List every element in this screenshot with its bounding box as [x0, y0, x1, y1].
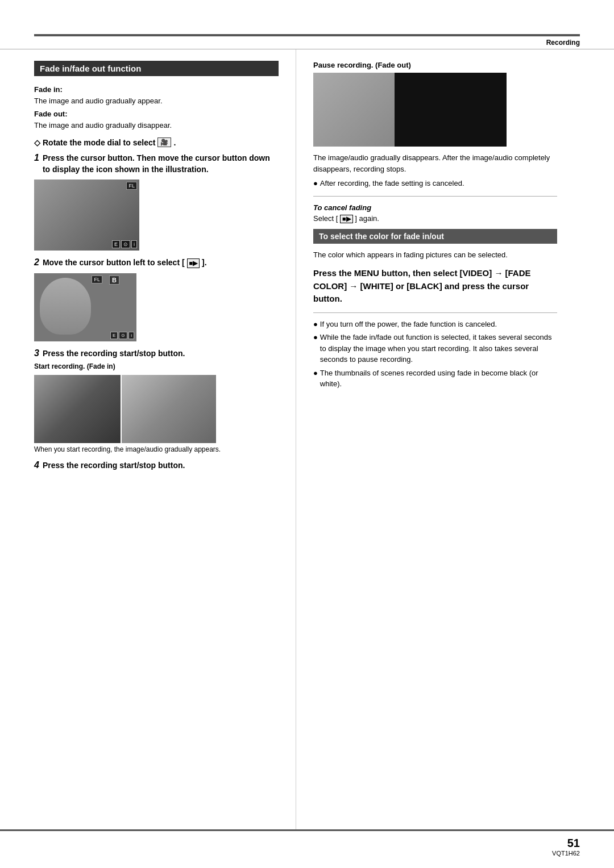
page-number: 51	[552, 837, 580, 850]
step-2-icon: ■▶	[187, 258, 200, 268]
fade-in-img-right	[122, 375, 216, 443]
menu-section: Press the MENU button, then select [VIDE…	[313, 267, 557, 306]
fade-in-label: Fade in:	[34, 85, 63, 94]
recording-label: Recording	[546, 39, 580, 47]
step-3-text: Press the recording start/stop button.	[43, 348, 185, 360]
to-cancel-desc: Select [ ■▶ ] again.	[313, 214, 557, 223]
pause-recording-image	[313, 73, 507, 147]
fade-out-description: Fade out: The image and audio gradually …	[34, 108, 279, 131]
step-2-bottom-icons: E ⊙ i	[110, 332, 134, 339]
to-cancel-text-2: ] again.	[355, 214, 379, 223]
step-1-icon-e: E	[112, 240, 120, 248]
step-1: 1 Press the cursor button. Then move the…	[34, 153, 279, 251]
step-1-number: 1	[34, 153, 39, 175]
bullet-seconds-text: While the fade in/fade out function is s…	[320, 332, 557, 365]
fade-in-img-left	[34, 375, 122, 443]
bullet-dot-1: ●	[313, 178, 318, 189]
step-1-lcd-image: E ⊙ i FL	[34, 180, 139, 251]
fade-out-label: Fade out:	[34, 110, 68, 118]
left-column: Fade in/fade out function Fade in: The i…	[34, 49, 296, 829]
step-2-icon-i: i	[128, 332, 134, 339]
step-4-text: Press the recording start/stop button.	[43, 460, 185, 471]
rotate-mode-period: .	[173, 138, 176, 147]
diamond-icon: ◇	[34, 138, 40, 147]
separator-2	[313, 312, 557, 313]
step-2-face	[40, 278, 91, 335]
bullet-after-recording-text: After recording, the fade setting is can…	[320, 178, 464, 189]
step-2-icon-e: E	[110, 332, 118, 339]
step-2-text-part1: Move the cursor button left to select [	[43, 258, 185, 267]
model-number: VQT1H62	[552, 850, 580, 857]
step-2-lcd-image: B E ⊙ i FL	[34, 273, 136, 341]
page-wrapper: Recording Fade in/fade out function Fade…	[0, 0, 614, 868]
step-3-number: 3	[34, 348, 39, 360]
rotate-mode-text: Rotate the mode dial to select	[43, 138, 155, 147]
rotate-mode-line: ◇ Rotate the mode dial to select 🎥 .	[34, 137, 279, 147]
bullet-dot-3: ●	[313, 332, 318, 365]
bullet-thumbnails-text: The thumbnails of scenes recorded using …	[320, 368, 557, 390]
main-content: Fade in/fade out function Fade in: The i…	[0, 49, 614, 829]
fade-in-description: Fade in: The image and audio gradually a…	[34, 84, 279, 106]
bullet-dot-2: ●	[313, 319, 318, 330]
start-recording-label: Start recording. (Fade in)	[34, 362, 279, 370]
to-cancel-label: To cancel fading	[313, 203, 557, 212]
fade-in-text: The image and audio gradually appear.	[34, 97, 163, 105]
start-recording-image	[34, 375, 216, 443]
step-1-top-icon: FL	[126, 182, 137, 190]
step-2-header: 2 Move the cursor button left to select …	[34, 257, 279, 269]
bottom-bullets: ● If you turn off the power, the fade fu…	[313, 319, 557, 390]
step-3-header: 3 Press the recording start/stop button.	[34, 348, 279, 360]
step-2-icon-dot: ⊙	[119, 332, 127, 339]
step-2-fl-icon: FL	[92, 276, 102, 283]
right-column: Pause recording. (Fade out) The image/au…	[296, 49, 557, 829]
start-recording-desc: When you start recording, the image/audi…	[34, 445, 279, 453]
color-select-box: To select the color for fade in/out	[313, 229, 557, 244]
bullet-after-recording: ● After recording, the fade setting is c…	[313, 178, 557, 189]
step-2: 2 Move the cursor button left to select …	[34, 257, 279, 341]
header-row: Recording	[0, 36, 614, 49]
step-2-number: 2	[34, 257, 39, 269]
bullet-thumbnails: ● The thumbnails of scenes recorded usin…	[313, 368, 557, 390]
pause-label: Pause recording. (Fade out)	[313, 61, 557, 69]
bullet-seconds: ● While the fade in/fade out function is…	[313, 332, 557, 365]
camcorder-icon: 🎥	[157, 137, 171, 147]
step-1-icon-circle: ⊙	[121, 240, 130, 248]
to-cancel-text-1: Select [	[313, 214, 338, 223]
step-4-number: 4	[34, 460, 39, 471]
step-2-b-icon: B	[109, 276, 119, 285]
step-3: 3 Press the recording start/stop button.…	[34, 348, 279, 454]
step-2-text-part2: ].	[202, 258, 207, 267]
step-1-icons: E ⊙ i	[112, 240, 137, 248]
bullet-power-off-text: If you turn off the power, the fade func…	[320, 319, 497, 330]
color-select-desc: The color which appears in fading pictur…	[313, 249, 557, 261]
step-1-header: 1 Press the cursor button. Then move the…	[34, 153, 279, 175]
pause-img-right	[395, 73, 507, 147]
fade-out-text: The image and audio gradually disappear.	[34, 121, 172, 130]
separator-1	[313, 196, 557, 197]
footer: 51 VQT1H62	[0, 829, 614, 868]
pause-desc-1: The image/audio gradually disappears. Af…	[313, 152, 557, 174]
footer-right: 51 VQT1H62	[552, 837, 580, 857]
step-4: 4 Press the recording start/stop button.	[34, 460, 279, 471]
section-title: Fade in/fade out function	[34, 61, 279, 76]
step-2-text: Move the cursor button left to select [ …	[43, 257, 207, 269]
pause-img-left	[313, 73, 395, 147]
menu-section-text: Press the MENU button, then select [VIDE…	[313, 268, 531, 303]
step-4-header: 4 Press the recording start/stop button.	[34, 460, 279, 471]
to-cancel-icon: ■▶	[340, 215, 353, 223]
bullet-power-off: ● If you turn off the power, the fade fu…	[313, 319, 557, 330]
step-1-text: Press the cursor button. Then move the c…	[43, 153, 279, 175]
bullet-dot-4: ●	[313, 368, 318, 390]
step-1-icon-i: i	[131, 240, 137, 248]
